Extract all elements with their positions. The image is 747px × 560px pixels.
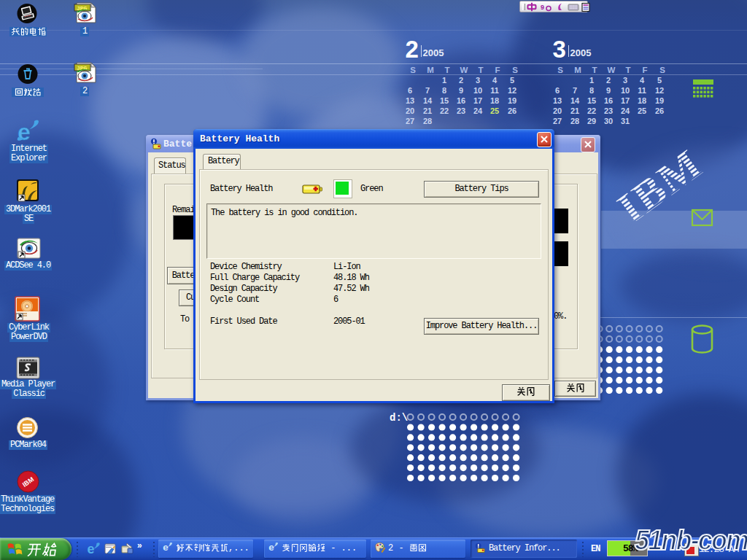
svg-text:9: 9: [541, 4, 544, 11]
svg-text:e: e: [268, 542, 274, 553]
svg-text:e: e: [163, 542, 169, 553]
svg-text:d:\: d:\: [390, 412, 408, 424]
svg-text:IBM: IBM: [611, 141, 711, 221]
svg-text:e: e: [88, 542, 95, 556]
